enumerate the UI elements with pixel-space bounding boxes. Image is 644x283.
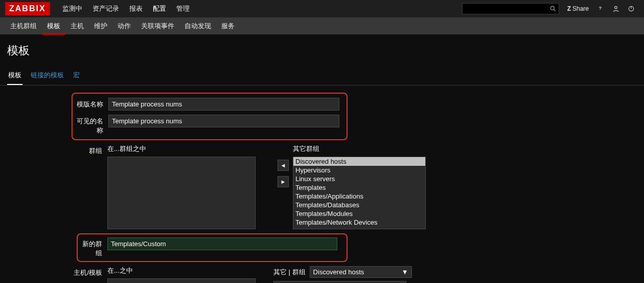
highlight-box-names: 模版名称 可见的名称 bbox=[72, 93, 348, 140]
other-group-label2: 其它 | 群组 bbox=[273, 268, 306, 277]
svg-point-0 bbox=[550, 6, 554, 10]
nav-administration[interactable]: 管理 bbox=[171, 0, 195, 17]
new-group-input[interactable] bbox=[107, 237, 337, 250]
nav-reports[interactable]: 报表 bbox=[124, 0, 148, 17]
tab-macros[interactable]: 宏 bbox=[72, 67, 81, 85]
other-group-item[interactable]: Templates/Network Devices bbox=[293, 218, 425, 227]
subnav-actions[interactable]: 动作 bbox=[112, 17, 136, 35]
other-group-item[interactable]: Linux servers bbox=[293, 175, 425, 183]
subnav-maintenance[interactable]: 维护 bbox=[89, 17, 112, 35]
other-hosts-listbox[interactable] bbox=[273, 281, 406, 283]
svg-text:?: ? bbox=[599, 6, 602, 11]
chevron-down-icon: ▼ bbox=[402, 268, 408, 276]
help-icon[interactable]: ? bbox=[593, 2, 608, 15]
visible-name-input[interactable] bbox=[108, 115, 339, 127]
other-groups-listbox[interactable]: Discovered hostsHypervisorsLinux servers… bbox=[293, 157, 426, 229]
subnav-services[interactable]: 服务 bbox=[216, 17, 240, 35]
highlight-box-newgroup: 新的群组 bbox=[77, 233, 348, 262]
other-group-item[interactable]: Discovered hosts bbox=[293, 157, 425, 166]
sub-navigation: 主机群组 模板 主机 维护 动作 关联项事件 自动发现 服务 bbox=[0, 17, 644, 35]
other-group-item[interactable]: Templates/Operating Systems bbox=[293, 227, 425, 229]
other-group-select-value: Discovered hosts bbox=[313, 268, 364, 276]
template-name-label: 模版名称 bbox=[77, 98, 108, 109]
other-group-item[interactable]: Hypervisors bbox=[293, 166, 425, 175]
svg-line-1 bbox=[554, 10, 555, 11]
other-groups-label: 其它群组 bbox=[293, 144, 426, 157]
form-tabs: 模板 链接的模板 宏 bbox=[0, 67, 644, 85]
svg-point-3 bbox=[615, 6, 617, 9]
nav-inventory[interactable]: 资产记录 bbox=[87, 0, 124, 17]
subnav-correlation[interactable]: 关联项事件 bbox=[136, 17, 179, 35]
subnav-hosts[interactable]: 主机 bbox=[65, 17, 89, 35]
top-navigation: ZABBIX 监测中 资产记录 报表 配置 管理 ZShare ? bbox=[0, 0, 644, 17]
in-groups-listbox[interactable] bbox=[107, 157, 256, 229]
other-group-item[interactable]: Templates bbox=[293, 183, 425, 192]
zabbix-logo[interactable]: ZABBIX bbox=[5, 2, 50, 15]
page-title: 模板 bbox=[0, 35, 644, 67]
nav-monitoring[interactable]: 监测中 bbox=[57, 0, 87, 17]
user-icon[interactable] bbox=[608, 2, 624, 15]
other-group-select[interactable]: Discovered hosts ▼ bbox=[310, 266, 412, 278]
other-group-item[interactable]: Templates/Applications bbox=[293, 192, 425, 201]
template-name-input[interactable] bbox=[108, 98, 339, 111]
subnav-templates[interactable]: 模板 bbox=[42, 17, 65, 35]
in-label: 在...之中 bbox=[107, 266, 273, 278]
search-icon bbox=[549, 5, 557, 12]
in-group-label: 在...群组之中 bbox=[107, 144, 273, 157]
other-group-item[interactable]: Templates/Modules bbox=[293, 209, 425, 218]
subnav-hostgroups[interactable]: 主机群组 bbox=[5, 17, 42, 35]
move-left-button[interactable]: ◄ bbox=[278, 160, 289, 171]
move-right-button[interactable]: ► bbox=[278, 176, 289, 187]
form-area: 模版名称 可见的名称 群组 在...群组之中 ◄ ► 其它群组 bbox=[0, 85, 644, 283]
visible-name-label: 可见的名称 bbox=[77, 115, 108, 135]
search-input[interactable] bbox=[462, 3, 559, 14]
power-icon[interactable] bbox=[624, 2, 639, 15]
groups-label: 群组 bbox=[0, 144, 107, 156]
nav-configuration[interactable]: 配置 bbox=[148, 0, 171, 17]
subnav-discovery[interactable]: 自动发现 bbox=[179, 17, 216, 35]
new-group-label: 新的群组 bbox=[81, 237, 107, 258]
other-group-item[interactable]: Templates/Databases bbox=[293, 201, 425, 209]
tab-linked-templates[interactable]: 链接的模板 bbox=[30, 67, 65, 85]
hosts-in-listbox[interactable] bbox=[107, 278, 256, 283]
host-template-label: 主机/模板 bbox=[0, 266, 107, 277]
tab-template[interactable]: 模板 bbox=[7, 67, 22, 85]
share-link[interactable]: ZShare bbox=[563, 2, 593, 15]
